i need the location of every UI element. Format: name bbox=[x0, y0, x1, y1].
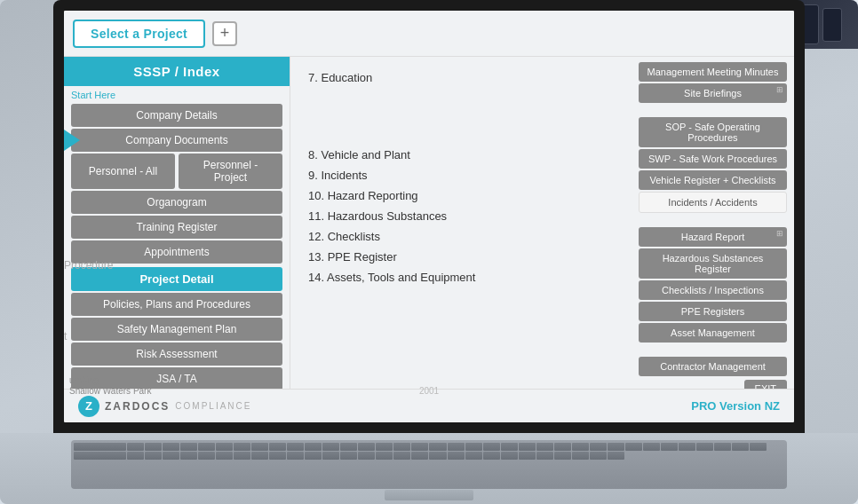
right-panel: Management Meeting Minutes Site Briefing… bbox=[639, 57, 794, 389]
sidebar-personnel-project[interactable]: Personnel - Project bbox=[179, 154, 282, 189]
select-project-button[interactable]: Select a Project bbox=[73, 20, 205, 48]
sidebar-training-register[interactable]: Training Register bbox=[71, 216, 282, 239]
personnel-row: Personnel - All Personnel - Project bbox=[71, 154, 282, 189]
screen-bezel: Select a Project + SSSP / Index Start He… bbox=[53, 0, 805, 433]
start-here-label: Start Here bbox=[64, 86, 290, 102]
sidebar-safety-mgmt[interactable]: Safety Management Plan bbox=[71, 318, 282, 341]
item-7: 7. Education bbox=[308, 71, 621, 84]
top-bar: Select a Project + bbox=[64, 11, 794, 57]
zardocs-text: ZARDOCS bbox=[105, 400, 170, 413]
btn-ppe-registers[interactable]: PPE Registers bbox=[639, 302, 787, 321]
screen: Select a Project + SSSP / Index Start He… bbox=[64, 11, 794, 422]
bottom-left-line2: Shallow Waters Park bbox=[69, 386, 151, 396]
page-number: 2001 bbox=[419, 386, 439, 396]
item-11: 11. Hazardous Substances bbox=[308, 209, 621, 223]
sidebar-risk-assessment[interactable]: Risk Assessment bbox=[71, 343, 282, 366]
trackpad[interactable] bbox=[385, 490, 473, 500]
btn-hazard-report[interactable]: Hazard Report ⊞ bbox=[639, 227, 787, 247]
btn-checklists-inspections[interactable]: Checklists / Inspections bbox=[639, 280, 787, 300]
item-8: 8. Vehicle and Plant bbox=[308, 148, 621, 161]
btn-incidents-accidents[interactable]: Incidents / Accidents bbox=[639, 192, 787, 213]
phone-image-2 bbox=[822, 8, 842, 42]
sidebar-policies[interactable]: Policies, Plans and Procedures bbox=[71, 293, 282, 316]
add-button[interactable]: + bbox=[212, 21, 237, 46]
btn-hazardous-substances-reg[interactable]: Hazardous Substances Register bbox=[639, 248, 787, 279]
sidebar-company-details[interactable]: Company Details bbox=[71, 104, 282, 127]
zardocs-logo: Z ZARDOCS COMPLIANCE bbox=[78, 396, 251, 417]
laptop-outer: Select a Project + SSSP / Index Start He… bbox=[0, 0, 858, 504]
exit-row: EXIT bbox=[639, 380, 787, 389]
item-9: 9. Incidents bbox=[308, 169, 621, 182]
sidebar: SSSP / Index Start Here Company Details … bbox=[64, 57, 290, 389]
content-area: 7. Education 8. Vehicle and Plant 9. Inc… bbox=[290, 57, 639, 389]
sidebar-personnel-all[interactable]: Personnel - All bbox=[71, 154, 175, 189]
btn-mgmt-meeting[interactable]: Management Meeting Minutes bbox=[639, 62, 787, 82]
corner-icon-hazard: ⊞ bbox=[776, 229, 783, 238]
keyboard-keys bbox=[71, 440, 787, 489]
corner-icon-briefings: ⊞ bbox=[776, 85, 783, 94]
btn-site-briefings[interactable]: Site Briefings ⊞ bbox=[639, 83, 787, 103]
btn-vehicle-register[interactable]: Vehicle Register + Checklists bbox=[639, 170, 787, 190]
z-icon: Z bbox=[78, 396, 99, 417]
item-14: 14. Assets, Tools and Equipment bbox=[308, 271, 621, 284]
btn-contractor-mgmt[interactable]: Contractor Management bbox=[639, 357, 787, 376]
arrow-indicator bbox=[64, 130, 80, 151]
item-13: 13. PPE Register bbox=[308, 250, 621, 264]
sidebar-appointments[interactable]: Appointments bbox=[71, 240, 282, 264]
sidebar-organogram[interactable]: Organogram bbox=[71, 191, 282, 214]
bottom-left-line1: umbing bbox=[69, 375, 99, 385]
item-10: 10. Hazard Reporting bbox=[308, 189, 621, 202]
compliance-text: COMPLIANCE bbox=[175, 401, 251, 411]
sidebar-company-documents[interactable]: Company Documents bbox=[71, 129, 282, 152]
app-container: Select a Project + SSSP / Index Start He… bbox=[64, 11, 794, 422]
btn-swp[interactable]: SWP - Safe Work Procedures bbox=[639, 149, 787, 169]
btn-sop[interactable]: SOP - Safe Operating Procedures bbox=[639, 117, 787, 147]
pro-version-text: PRO Version NZ bbox=[691, 399, 780, 413]
btn-asset-management[interactable]: Asset Management bbox=[639, 323, 787, 343]
item-12: 12. Checklists bbox=[308, 230, 621, 243]
sssp-header: SSSP / Index bbox=[64, 57, 290, 86]
keyboard-area bbox=[0, 433, 858, 504]
main-content: SSSP / Index Start Here Company Details … bbox=[64, 57, 794, 389]
exit-button[interactable]: EXIT bbox=[744, 380, 787, 389]
sidebar-project-detail[interactable]: Project Detail bbox=[71, 267, 282, 291]
